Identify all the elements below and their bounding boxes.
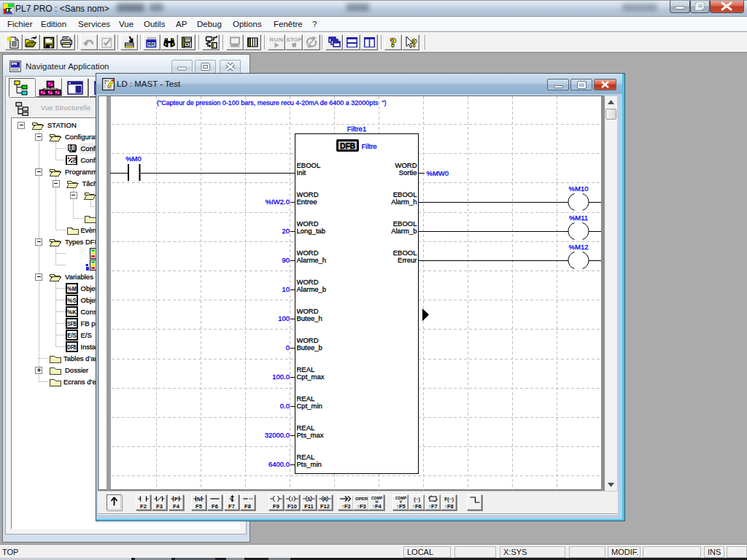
svg-text:F8: F8 xyxy=(244,503,251,510)
svg-text:Long_tab: Long_tab xyxy=(297,227,326,235)
svg-text:F4: F4 xyxy=(173,503,180,510)
svg-text:Alarm_h: Alarm_h xyxy=(391,198,417,206)
svg-text:Init: Init xyxy=(297,168,306,176)
svg-text:100: 100 xyxy=(278,314,290,322)
svg-text:RUN: RUN xyxy=(270,36,284,43)
svg-text:0.0: 0.0 xyxy=(280,402,290,410)
svg-text:%M: %M xyxy=(67,285,77,292)
svg-text:?: ? xyxy=(390,36,397,50)
svg-text:F9: F9 xyxy=(273,503,279,510)
svg-text:%M10: %M10 xyxy=(569,184,589,192)
svg-text:F3: F3 xyxy=(156,503,163,510)
svg-text:F2: F2 xyxy=(140,503,147,510)
svg-text:%K: %K xyxy=(67,308,77,316)
svg-text:%M12: %M12 xyxy=(569,243,589,251)
svg-text:STATION: STATION xyxy=(47,121,77,129)
svg-text:%IW2.0: %IW2.0 xyxy=(266,198,290,206)
svg-text:STOP: STOP xyxy=(286,36,302,43)
svg-text:↑F2: ↑F2 xyxy=(341,503,351,510)
svg-text:DFB: DFB xyxy=(67,343,77,351)
svg-text:DFB: DFB xyxy=(340,141,356,150)
svg-text:E/S: E/S xyxy=(81,331,92,339)
svg-text:Filtre1: Filtre1 xyxy=(347,125,366,133)
svg-text:%M11: %M11 xyxy=(569,214,588,222)
svg-text:100.0: 100.0 xyxy=(272,373,290,381)
svg-text:F5: F5 xyxy=(196,503,202,510)
svg-text:↑F6: ↑F6 xyxy=(412,503,422,510)
svg-text:Cpt_max: Cpt_max xyxy=(297,373,325,381)
svg-text:Filtre: Filtre xyxy=(362,142,377,150)
svg-text:Alarme_h: Alarme_h xyxy=(297,256,327,264)
svg-text:Cpt_min: Cpt_min xyxy=(297,402,322,410)
svg-text:F6: F6 xyxy=(212,503,218,510)
svg-text:↑F3: ↑F3 xyxy=(357,503,366,510)
svg-text:N: N xyxy=(196,496,200,502)
svg-text:P: P xyxy=(174,496,177,502)
svg-text:10: 10 xyxy=(282,285,290,293)
svg-text:%S: %S xyxy=(67,297,77,304)
svg-text:S: S xyxy=(307,497,311,502)
svg-text:↑F4: ↑F4 xyxy=(372,503,382,510)
svg-text:Erreur: Erreur xyxy=(398,256,417,264)
svg-text:Pts_min: Pts_min xyxy=(297,460,322,468)
svg-text:%MW0: %MW0 xyxy=(427,169,449,177)
svg-text:Dossier: Dossier xyxy=(65,366,88,374)
svg-text:Butee_b: Butee_b xyxy=(297,343,322,351)
svg-text:F7: F7 xyxy=(228,503,235,510)
svg-text:F(··): F(··) xyxy=(444,497,454,502)
svg-text:6400.0: 6400.0 xyxy=(268,460,290,468)
svg-text:Alarm_b: Alarm_b xyxy=(391,227,417,235)
svg-text:F12: F12 xyxy=(320,503,330,510)
svg-text:(··): (··) xyxy=(414,497,420,502)
svg-text:/: / xyxy=(292,497,293,502)
svg-text:32000.0: 32000.0 xyxy=(265,431,290,439)
svg-text:SFB: SFB xyxy=(67,320,77,327)
svg-text:R: R xyxy=(323,497,327,502)
svg-text:Sortie: Sortie xyxy=(399,168,417,176)
svg-text:0: 0 xyxy=(286,343,290,351)
svg-text:Types DFB: Types DFB xyxy=(65,238,99,246)
svg-text:Variables: Variables xyxy=(65,273,93,281)
svg-text:OPER: OPER xyxy=(355,497,368,501)
svg-text:↑F8: ↑F8 xyxy=(444,503,454,510)
svg-text:90: 90 xyxy=(282,256,290,264)
svg-text:F10: F10 xyxy=(287,503,297,510)
svg-text:Pts_max: Pts_max xyxy=(297,431,324,439)
svg-text:?: ? xyxy=(412,38,417,49)
svg-text:↑F5: ↑F5 xyxy=(396,503,406,510)
svg-text:↑F7: ↑F7 xyxy=(428,503,438,510)
svg-text:%M0: %M0 xyxy=(125,155,142,163)
svg-text:F11: F11 xyxy=(304,503,314,510)
svg-text:E/S: E/S xyxy=(67,332,77,339)
svg-text:Entree: Entree xyxy=(297,198,317,206)
svg-text:Alarme_b: Alarme_b xyxy=(297,285,327,293)
svg-text:20: 20 xyxy=(282,227,290,235)
svg-text:HH: HH xyxy=(147,42,155,47)
svg-text:Butee_h: Butee_h xyxy=(297,314,322,322)
svg-text:("Capteur de pression 0-100 ba: ("Capteur de pression 0-100 bars, mesure… xyxy=(157,99,387,106)
